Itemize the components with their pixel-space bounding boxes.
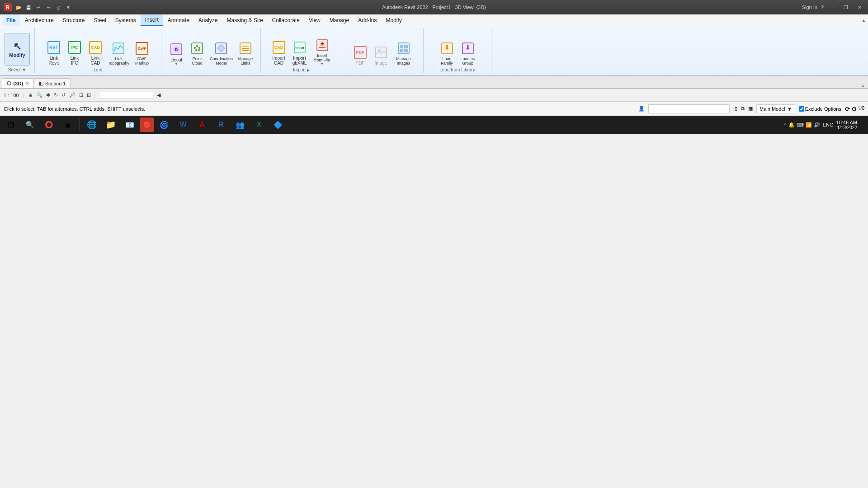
menu-insert[interactable]: Insert <box>141 14 163 26</box>
ribbon-group-library: ⬇ LoadFamily ⬇ Load asGroup Lo <box>424 28 491 73</box>
qa-dropdown[interactable]: ▼ <box>64 3 72 11</box>
menu-addins[interactable]: Add-Ins <box>354 14 381 26</box>
dwf-markup-button[interactable]: DWF DWFMarkup <box>132 36 152 66</box>
qa-redo[interactable]: ↪ <box>44 3 52 11</box>
qa-open[interactable]: 📂 <box>14 3 23 11</box>
model-dropdown[interactable]: Main Model ▼ <box>756 104 795 113</box>
tabs-collapse[interactable]: ▲ <box>861 83 865 88</box>
group-label-select[interactable]: Select ▼ <box>8 66 26 72</box>
import-cad-button[interactable]: CAD ImportCAD <box>269 36 289 66</box>
menu-manage[interactable]: Manage <box>325 14 354 26</box>
search-button[interactable]: 🔍 <box>21 116 39 133</box>
tray-show-desktop[interactable] <box>860 116 863 133</box>
settings-button[interactable]: ⚙ <box>851 105 857 113</box>
menu-annotate[interactable]: Annotate <box>163 14 194 26</box>
autocad-button[interactable]: A <box>193 116 211 133</box>
point-cloud-button[interactable]: PointCloud <box>187 36 207 66</box>
qa-save[interactable]: 💾 <box>24 3 33 11</box>
manage-images-button[interactable]: ManageImages <box>392 36 415 66</box>
explorer-button[interactable]: 📁 <box>102 116 120 133</box>
link-ifc-button[interactable]: IFC LinkIFC <box>65 36 85 66</box>
detail-level-icon[interactable]: ▦ <box>748 106 753 112</box>
word-button[interactable]: W <box>174 116 192 133</box>
outlook-button[interactable]: 📧 <box>121 116 139 133</box>
manage-links-button[interactable]: ManageLinks <box>236 36 255 66</box>
exclude-options-checkbox[interactable] <box>799 106 804 112</box>
status-icon-3[interactable]: ✱ <box>46 92 50 98</box>
menu-massing[interactable]: Massing & Site <box>222 14 268 26</box>
svg-text:⬇: ⬇ <box>444 44 450 51</box>
status-icon-4[interactable]: ↻ <box>54 92 58 98</box>
tab-section1-label: Section 1 <box>45 81 66 86</box>
workset-field[interactable] <box>648 104 730 113</box>
pdf-label: PDF <box>356 61 365 66</box>
app-logo: R <box>4 3 12 11</box>
menu-architecture[interactable]: Architecture <box>20 14 58 26</box>
decal-button[interactable]: D Decal ▼ <box>166 36 186 66</box>
import-gbxml-button[interactable]: gbXML ImportgbXML <box>290 36 310 66</box>
status-message: Click to select, TAB for alternates, CTR… <box>4 106 145 112</box>
start-button[interactable]: ⊞ <box>2 116 20 133</box>
app2-button[interactable]: 🌀 <box>155 116 173 133</box>
image-button[interactable]: Image <box>371 36 391 66</box>
decal-label: Decal <box>170 57 182 62</box>
tab-section1[interactable]: ◧ Section 1 <box>34 78 71 88</box>
menu-analyze[interactable]: Analyze <box>194 14 222 26</box>
view-properties-icon[interactable]: ⧉ <box>741 106 745 112</box>
menu-steel[interactable]: Steel <box>89 14 110 26</box>
restore-button[interactable]: ❐ <box>841 2 851 12</box>
qa-print[interactable]: 🖨 <box>54 3 62 11</box>
ribbon-group-link-items: RVT LinkRevit IFC LinkIFC <box>44 29 152 66</box>
status-icon-8[interactable]: ⊞ <box>87 92 91 98</box>
link-cad-button[interactable]: CAD LinkCAD <box>85 36 105 66</box>
group-label-import[interactable]: Import ▶ <box>293 66 310 72</box>
sync-button[interactable]: ⟳ <box>845 105 850 113</box>
status-icon-1[interactable]: 🖥 <box>28 93 33 98</box>
tray-language[interactable]: ENG <box>823 122 834 127</box>
tray-arrow[interactable]: ^ <box>784 122 787 127</box>
excel-button[interactable]: X <box>250 116 268 133</box>
menu-collaborate[interactable]: Collaborate <box>268 14 304 26</box>
status-icon-2[interactable]: 🔍 <box>36 92 42 98</box>
revit-taskbar-button[interactable]: R <box>212 116 230 133</box>
status-icon-7[interactable]: ⊡ <box>79 92 83 98</box>
menu-modify[interactable]: Modify <box>381 14 406 26</box>
help-button[interactable]: ? <box>821 5 824 10</box>
edge-button[interactable]: 🌐 <box>83 116 101 133</box>
link-topography-button[interactable]: LinkTopography <box>106 36 131 66</box>
menu-file[interactable]: File <box>2 14 20 26</box>
tab-3d[interactable]: ⬡ {3D} ✕ <box>2 78 34 88</box>
load-family-button[interactable]: ⬇ LoadFamily <box>437 36 457 66</box>
tab-3d-close[interactable]: ✕ <box>25 81 29 86</box>
coordination-model-button[interactable]: CoordinationModel <box>208 36 235 66</box>
decal-dropdown-arrow: ▼ <box>175 62 178 66</box>
filter-button[interactable]: ▽0 <box>858 105 864 113</box>
menu-view[interactable]: View <box>304 14 325 26</box>
svg-point-6 <box>196 45 198 47</box>
tray-datetime[interactable]: 10:46 AM 1/13/2022 <box>836 120 857 130</box>
minimize-button[interactable]: — <box>827 2 837 12</box>
teams-button[interactable]: 👥 <box>231 116 249 133</box>
load-as-group-button[interactable]: ⬇ Load asGroup <box>458 36 478 66</box>
qa-undo[interactable]: ↩ <box>34 3 42 11</box>
sign-in-button[interactable]: Sign In <box>802 5 817 10</box>
task-view-button[interactable]: ▣ <box>59 116 77 133</box>
link-revit-button[interactable]: RVT LinkRevit <box>44 36 64 66</box>
app1-button[interactable]: 🔴 <box>140 117 154 132</box>
group-label-link[interactable]: Link <box>94 66 102 72</box>
group-label-library[interactable]: Load from Library <box>439 66 475 72</box>
import-cad-label: ImportCAD <box>272 56 285 66</box>
app3-button[interactable]: 🔷 <box>269 116 287 133</box>
close-button[interactable]: ✕ <box>854 2 864 12</box>
menu-structure[interactable]: Structure <box>58 14 90 26</box>
menu-systems[interactable]: Systems <box>111 14 141 26</box>
ribbon-collapse[interactable]: ▲ <box>861 18 866 23</box>
cortana-button[interactable]: ⭕ <box>40 116 58 133</box>
pdf-button[interactable]: PDF PDF <box>350 36 370 66</box>
tray-icons: ^ 🔔 ⌨ 📶 🔊 <box>784 122 820 128</box>
tray-time: 10:46 AM <box>836 120 857 125</box>
status-icon-5[interactable]: ↺ <box>61 92 66 98</box>
insert-from-file-button[interactable]: 📥 Insertfrom File ▼ <box>311 36 334 66</box>
status-icon-6[interactable]: 🔎 <box>69 92 75 98</box>
modify-button[interactable]: ↖ Modify <box>5 33 30 66</box>
